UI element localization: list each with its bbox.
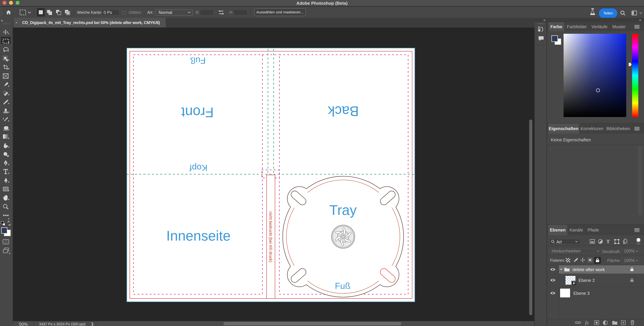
svg-text:Tray: Tray [330,202,357,218]
svg-text:Kopf: Kopf [189,163,208,173]
svg-text:Front: Front [181,104,214,120]
svg-text:Fuß: Fuß [190,56,206,66]
svg-text:Innenseite: Innenseite [166,228,230,244]
svg-text:nicht bedruckt (bei 4/0 druck): nicht bedruckt (bei 4/0 druck) [268,211,273,262]
svg-text:Fuß: Fuß [335,281,350,291]
svg-text:Back: Back [328,104,359,119]
